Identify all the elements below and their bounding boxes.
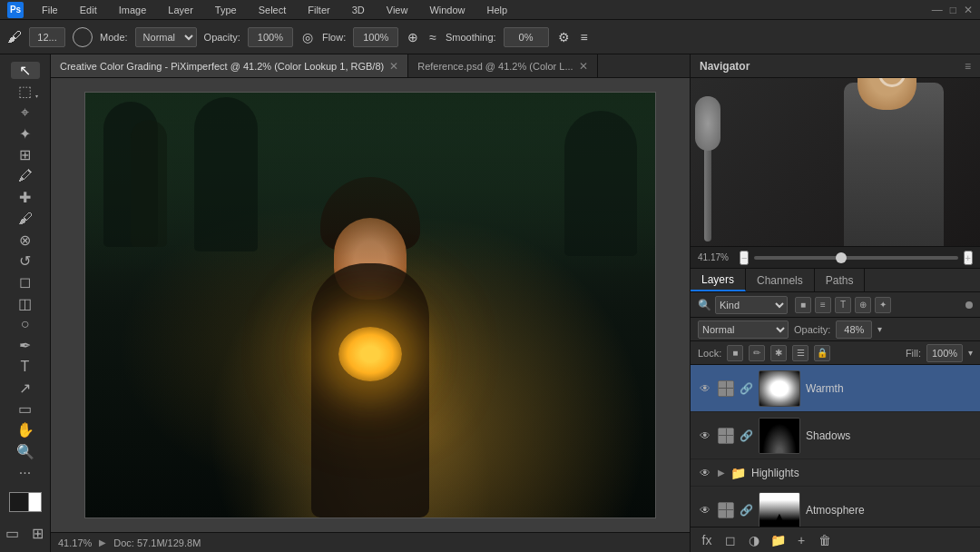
minimize-button[interactable]: —: [932, 4, 943, 16]
smoothing-input[interactable]: [504, 27, 549, 47]
layer-row-highlights[interactable]: 👁 ▶ 📁 Highlights: [691, 459, 980, 487]
foreground-color-swatch[interactable]: [9, 492, 29, 512]
tab-reference[interactable]: Reference.psd @ 41.2% (Color L... ✕: [408, 54, 597, 77]
filter-adjustment-icon[interactable]: ≡: [815, 297, 831, 313]
add-mask-button[interactable]: ◻: [721, 531, 740, 549]
zoom-slider-thumb[interactable]: [836, 252, 847, 263]
menu-type[interactable]: Type: [211, 3, 240, 17]
pen-tool[interactable]: ✒: [11, 337, 40, 354]
navigator-preview[interactable]: [691, 78, 980, 246]
tab-reference-close[interactable]: ✕: [579, 60, 588, 73]
brush-preview-button[interactable]: [73, 27, 93, 47]
lasso-tool[interactable]: ⌖: [11, 104, 40, 122]
menu-help[interactable]: Help: [484, 3, 512, 17]
layer-link-warmth[interactable]: 🔗: [740, 382, 753, 395]
maximize-button[interactable]: □: [950, 4, 956, 16]
brush-tool[interactable]: 🖌: [11, 210, 40, 227]
menu-layer[interactable]: Layer: [164, 3, 197, 17]
spot-healing-tool[interactable]: ✚: [11, 189, 40, 206]
artboard-button[interactable]: ⊞: [27, 523, 49, 545]
navigator-menu-button[interactable]: ≡: [965, 60, 971, 73]
layer-row-atmosphere[interactable]: 👁 🔗 Atmosphere: [691, 487, 980, 527]
delete-layer-button[interactable]: 🗑: [816, 531, 834, 549]
filter-shape-icon[interactable]: ⊕: [855, 297, 871, 313]
filter-toggle-dot[interactable]: [965, 301, 973, 309]
extra-tools[interactable]: ···: [11, 464, 40, 481]
layer-link-shadows[interactable]: 🔗: [740, 429, 753, 442]
layer-visibility-warmth[interactable]: 👁: [698, 382, 712, 395]
filter-type-icon[interactable]: T: [835, 297, 851, 313]
filter-icons: ■ ≡ T ⊕ ✦: [795, 297, 891, 313]
quick-select-tool[interactable]: ✦: [11, 125, 40, 143]
color-swatches[interactable]: [9, 492, 42, 512]
lock-artboard-icon[interactable]: ☰: [792, 345, 808, 361]
menu-select[interactable]: Select: [255, 3, 290, 17]
dodge-tool[interactable]: ○: [11, 316, 40, 333]
move-tool[interactable]: ↖: [11, 62, 40, 79]
tab-main-document[interactable]: Creative Color Grading - PiXimperfect @ …: [51, 54, 408, 77]
zoom-in-button[interactable]: +: [964, 251, 973, 265]
crop-tool[interactable]: ⊞: [11, 146, 40, 163]
lock-art-icon[interactable]: ✏: [749, 345, 765, 361]
clone-stamp-tool[interactable]: ⊗: [11, 232, 40, 249]
close-button[interactable]: ✕: [964, 4, 973, 16]
tab-channels[interactable]: Channels: [746, 269, 815, 291]
add-group-button[interactable]: 📁: [769, 531, 787, 549]
menu-file[interactable]: File: [38, 3, 62, 17]
lock-position-icon[interactable]: ✱: [770, 345, 787, 361]
tab-paths[interactable]: Paths: [815, 269, 866, 291]
tab-main-close[interactable]: ✕: [389, 60, 398, 73]
lock-all-icon[interactable]: 🔒: [814, 345, 830, 361]
marquee-tool[interactable]: ⬚ ▾: [11, 83, 40, 100]
menu-view[interactable]: View: [383, 3, 412, 17]
add-layer-button[interactable]: +: [792, 531, 810, 549]
layer-visibility-highlights[interactable]: 👁: [698, 467, 712, 479]
gradient-tool[interactable]: ◫: [11, 294, 40, 311]
zoom-out-button[interactable]: −: [740, 251, 749, 265]
layer-fx-button[interactable]: fx: [698, 531, 716, 549]
opacity-value[interactable]: [836, 320, 872, 339]
layer-visibility-shadows[interactable]: 👁: [698, 429, 712, 442]
zoom-tool[interactable]: 🔍: [11, 443, 40, 460]
settings-icon[interactable]: ⚙: [556, 28, 572, 46]
smoothing-toggle[interactable]: ≈: [427, 28, 438, 46]
screen-mode-button[interactable]: ▭: [2, 523, 24, 545]
filter-smart-icon[interactable]: ✦: [875, 297, 891, 313]
mode-dropdown[interactable]: Normal Multiply Screen Overlay: [135, 27, 197, 47]
opacity-input[interactable]: [248, 27, 293, 47]
flow-input[interactable]: [353, 27, 398, 47]
tab-layers[interactable]: Layers: [691, 269, 746, 291]
shape-tool[interactable]: ▭: [11, 400, 40, 418]
menu-image[interactable]: Image: [115, 3, 151, 17]
blend-mode-dropdown[interactable]: Normal Multiply Screen: [698, 320, 789, 339]
eyedropper-tool[interactable]: 🖍: [11, 168, 40, 185]
menu-filter[interactable]: Filter: [304, 3, 333, 17]
airbrush-icon[interactable]: ◎: [300, 28, 315, 46]
filter-pixel-icon[interactable]: ■: [795, 297, 811, 313]
layer-row-warmth[interactable]: 👁 🔗 Warmth: [691, 365, 980, 412]
layer-row-shadows[interactable]: 👁 🔗 Shadows: [691, 412, 980, 459]
add-adjustment-button[interactable]: ◑: [745, 531, 763, 549]
highlights-expand-icon[interactable]: ▶: [718, 468, 725, 478]
eraser-tool[interactable]: ◻: [11, 273, 40, 291]
flow-icon[interactable]: ⊕: [406, 28, 420, 46]
layer-visibility-atmosphere[interactable]: 👁: [698, 504, 712, 517]
zoom-slider-track[interactable]: [754, 256, 957, 260]
fill-value[interactable]: [926, 344, 963, 362]
fill-chevron-icon[interactable]: ▾: [968, 348, 973, 358]
extra-options-icon[interactable]: ≡: [579, 28, 590, 46]
menu-window[interactable]: Window: [426, 3, 468, 17]
type-tool[interactable]: T: [11, 358, 40, 375]
layer-thumb-shadows: [759, 418, 800, 454]
menu-edit[interactable]: Edit: [76, 3, 101, 17]
lock-pixels-icon[interactable]: ■: [727, 345, 743, 361]
history-brush-tool[interactable]: ↺: [11, 252, 40, 270]
brush-size-input[interactable]: [29, 27, 65, 47]
menu-3d[interactable]: 3D: [348, 3, 368, 17]
filter-kind-dropdown[interactable]: Kind: [715, 296, 788, 314]
canvas-wrapper[interactable]: [51, 78, 690, 532]
hand-tool[interactable]: ✋: [11, 421, 40, 439]
path-selection-tool[interactable]: ↗: [11, 380, 40, 397]
layer-link-atmosphere[interactable]: 🔗: [740, 504, 753, 517]
opacity-chevron-icon[interactable]: ▾: [877, 324, 882, 334]
